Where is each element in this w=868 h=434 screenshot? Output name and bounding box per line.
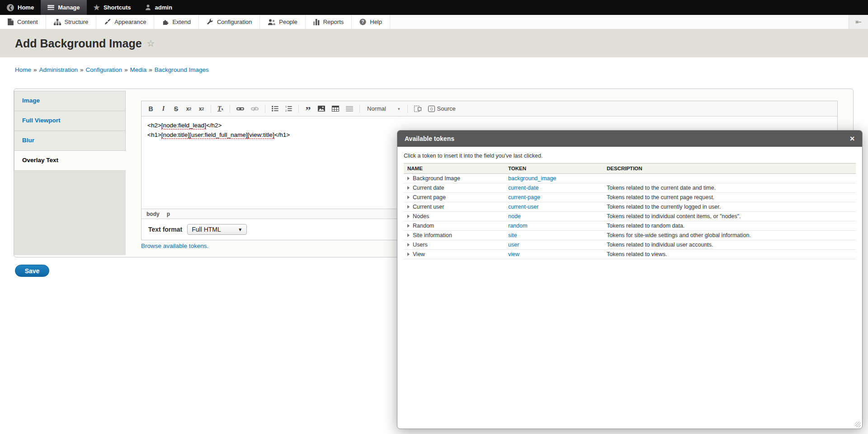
dialog-title: Available tokens: [405, 135, 454, 142]
breadcrumb-link[interactable]: Home: [15, 66, 31, 73]
question-icon: ?: [359, 19, 366, 25]
breadcrumb-link[interactable]: Configuration: [86, 66, 122, 73]
italic-button[interactable]: I: [158, 103, 169, 114]
close-icon[interactable]: ✕: [849, 135, 855, 142]
barchart-icon: [313, 19, 320, 25]
strikethrough-button[interactable]: S: [170, 103, 182, 114]
admin-bar-item-label: Shortcuts: [104, 4, 131, 11]
token-name-cell: Current user: [404, 202, 505, 212]
unlink-button[interactable]: [248, 103, 261, 114]
source-icon: 〈〉: [428, 106, 435, 112]
image-button[interactable]: [315, 103, 328, 114]
remove-format-button[interactable]: Tx: [215, 103, 226, 114]
expand-triangle-icon[interactable]: [407, 205, 410, 209]
table-button[interactable]: [329, 103, 342, 114]
expand-triangle-icon[interactable]: [407, 177, 410, 180]
people-icon: [268, 19, 275, 25]
vertical-tab-blur[interactable]: Blur: [14, 131, 126, 150]
superscript-button[interactable]: x2: [183, 103, 194, 114]
table-row: UsersuserTokens related to individual us…: [404, 240, 856, 250]
breadcrumb-link[interactable]: Administration: [39, 66, 78, 73]
breadcrumb-separator: »: [149, 66, 152, 73]
menu-item-reports[interactable]: Reports: [306, 15, 352, 29]
menu-item-content[interactable]: Content: [0, 15, 46, 29]
menu-item-help[interactable]: ?Help: [352, 15, 390, 29]
token-cell: background_image: [505, 174, 603, 183]
editor-text-line: <h2>[node:field_lead]</h2>: [147, 121, 831, 131]
expand-triangle-icon[interactable]: [407, 186, 410, 190]
token-name: Site information: [413, 232, 452, 238]
show-blocks-button[interactable]: [411, 103, 424, 114]
element-path-item[interactable]: p: [167, 211, 170, 217]
token-text: [node:title]: [161, 131, 189, 139]
token-link[interactable]: current-page: [508, 194, 540, 201]
source-button[interactable]: 〈〉Source: [425, 103, 458, 114]
blockquote-button[interactable]: ”: [302, 103, 314, 114]
save-button[interactable]: Save: [15, 265, 49, 277]
expand-triangle-icon[interactable]: [407, 215, 410, 218]
table-row: RandomrandomTokens related to random dat…: [404, 221, 856, 231]
vertical-tab-image[interactable]: Image: [14, 91, 126, 111]
browse-tokens-link[interactable]: Browse available tokens.: [141, 243, 208, 249]
expand-triangle-icon[interactable]: [407, 233, 410, 237]
menu-item-appearance[interactable]: Appearance: [96, 15, 154, 29]
element-path-item[interactable]: body: [146, 211, 160, 217]
token-link[interactable]: user: [508, 242, 519, 248]
plain-text: <h1>: [147, 131, 161, 138]
text-format-value: Full HTML: [192, 226, 221, 233]
vertical-tab-overlay-text[interactable]: Overlay Text: [14, 150, 126, 170]
admin-bar-item-manage[interactable]: Manage: [41, 0, 86, 15]
subscript-button[interactable]: x2: [196, 103, 207, 114]
token-link[interactable]: background_image: [508, 175, 556, 182]
admin-bar-item-home[interactable]: ❮Home: [0, 0, 41, 15]
table-row: Background Imagebackground_image: [404, 174, 856, 183]
dialog-header[interactable]: Available tokens ✕: [397, 131, 862, 147]
toolbar-collapse-button[interactable]: ⇤: [849, 15, 868, 29]
bold-button[interactable]: B: [145, 103, 156, 114]
token-table: NAMETOKENDESCRIPTION Background Imagebac…: [404, 163, 856, 259]
admin-bar-item-shortcuts[interactable]: ★Shortcuts: [87, 0, 138, 15]
token-link[interactable]: random: [508, 223, 527, 229]
source-label: Source: [437, 105, 456, 112]
bulleted-list-button[interactable]: [269, 103, 281, 114]
link-button[interactable]: [234, 103, 247, 114]
numbered-list-button[interactable]: 12: [283, 103, 295, 114]
menu-item-structure[interactable]: Structure: [46, 15, 97, 29]
horizontal-line-button[interactable]: [343, 103, 356, 114]
token-description-cell: Tokens related to random data.: [603, 221, 856, 231]
table-row: Site informationsiteTokens for site-wide…: [404, 231, 856, 240]
menu-item-label: Configuration: [217, 19, 252, 25]
token-link[interactable]: view: [508, 251, 519, 257]
token-link[interactable]: site: [508, 232, 517, 238]
chevron-down-icon: ▾: [398, 107, 400, 111]
expand-triangle-icon[interactable]: [407, 252, 410, 256]
toolbar-collapse-icon: ⇤: [855, 18, 861, 26]
menu-item-label: Reports: [323, 19, 344, 25]
menu-item-people[interactable]: People: [260, 15, 305, 29]
shortcut-star-icon[interactable]: ☆: [147, 38, 155, 49]
expand-triangle-icon[interactable]: [407, 243, 410, 247]
breadcrumb-link[interactable]: Media: [130, 66, 146, 73]
token-name: Random: [413, 223, 434, 229]
token-link[interactable]: current-user: [508, 204, 538, 210]
menu-item-configuration[interactable]: Configuration: [199, 15, 260, 29]
toolbar-separator: [359, 105, 360, 113]
token-description-cell: Tokens related to the current date and t…: [603, 183, 856, 193]
token-name-cell: Random: [404, 221, 505, 231]
menu-icon: [47, 5, 54, 10]
expand-triangle-icon[interactable]: [407, 196, 410, 199]
page-header: Add Background Image ☆: [0, 29, 868, 57]
admin-bar-item-admin[interactable]: admin: [138, 0, 179, 15]
token-description-cell: Tokens for site-wide settings and other …: [603, 231, 856, 240]
admin-toolbar: ❮HomeManage★Shortcutsadmin: [0, 0, 868, 15]
expand-triangle-icon[interactable]: [407, 224, 410, 228]
breadcrumb-link[interactable]: Background Images: [155, 66, 209, 73]
dialog-resize-handle[interactable]: [855, 422, 861, 427]
menu-item-extend[interactable]: Extend: [154, 15, 198, 29]
text-format-select[interactable]: Full HTML ▼: [187, 224, 247, 235]
plain-text: </h1>: [274, 131, 290, 138]
vertical-tab-full-viewport[interactable]: Full Viewport: [14, 111, 126, 131]
token-link[interactable]: node: [508, 213, 521, 219]
paragraph-format-dropdown[interactable]: Normal▾: [363, 103, 403, 114]
token-link[interactable]: current-date: [508, 185, 538, 191]
